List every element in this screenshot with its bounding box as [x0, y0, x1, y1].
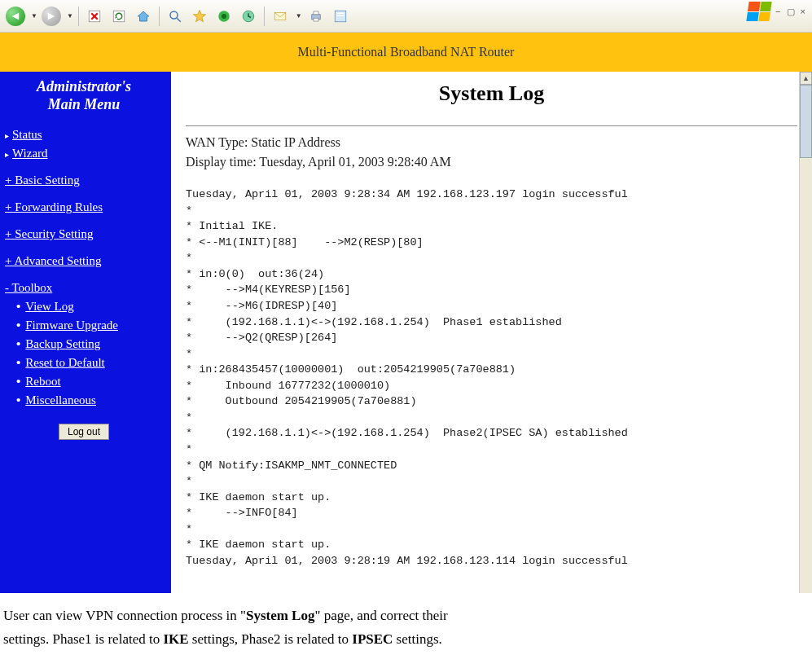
back-dropdown-icon[interactable]: ▼ — [31, 12, 37, 20]
svg-point-6 — [170, 11, 178, 19]
page-title: System Log — [186, 81, 797, 106]
search-button[interactable] — [165, 6, 186, 27]
caption-text: settings. Phase1 is related to — [3, 631, 163, 647]
svg-line-7 — [177, 18, 181, 22]
forward-button[interactable]: ► — [41, 6, 62, 27]
media-button[interactable] — [213, 6, 235, 27]
banner: Multi-Functional Broadband NAT Router — [0, 33, 812, 72]
svg-rect-18 — [336, 15, 344, 16]
history-button[interactable] — [238, 6, 259, 27]
wan-type-line: WAN Type: Static IP Address — [186, 133, 797, 152]
mail-button[interactable] — [270, 6, 291, 27]
sidebar-heading: Administrator's Main Menu — [5, 78, 163, 113]
forward-dropdown-icon[interactable]: ▼ — [67, 12, 73, 20]
menu: Status Wizard + Basic Setting + Forwardi… — [5, 128, 163, 407]
menu-basic-setting[interactable]: + Basic Setting — [5, 174, 80, 187]
display-time-line: Display time: Tuesday, April 01, 2003 9:… — [186, 152, 797, 172]
menu-view-log[interactable]: View Log — [25, 300, 74, 313]
separator — [78, 7, 79, 26]
sidebar: Administrator's Main Menu Status Wizard … — [0, 72, 171, 593]
home-button[interactable] — [133, 6, 154, 27]
main-area: Administrator's Main Menu Status Wizard … — [0, 72, 812, 593]
menu-status[interactable]: Status — [12, 128, 42, 141]
caption-bold-ike: IKE — [163, 631, 188, 647]
caption: User can view VPN connection process in … — [0, 593, 812, 668]
windows-flag-icon — [746, 2, 771, 21]
svg-rect-17 — [336, 12, 344, 14]
scroll-up-icon[interactable]: ▲ — [800, 72, 812, 85]
menu-toolbox[interactable]: - Toolbox — [5, 281, 52, 294]
divider — [186, 125, 797, 126]
caption-text: settings, Phase2 is related to — [189, 631, 353, 647]
banner-title: Multi-Functional Broadband NAT Router — [298, 45, 515, 59]
scroll-thumb[interactable] — [800, 85, 812, 158]
svg-rect-14 — [314, 11, 318, 15]
content: System Log WAN Type: Static IP Address D… — [171, 72, 812, 593]
caption-text: settings. — [393, 631, 441, 647]
menu-miscellaneous[interactable]: Miscellaneous — [25, 393, 96, 407]
caption-text: User can view VPN connection process in … — [3, 608, 246, 623]
refresh-button[interactable] — [108, 6, 129, 27]
back-button[interactable]: ◄ — [5, 6, 26, 27]
menu-advanced-setting[interactable]: + Advanced Setting — [5, 254, 101, 267]
stop-button[interactable] — [84, 6, 105, 27]
logout-button[interactable]: Log out — [59, 424, 109, 440]
menu-reboot[interactable]: Reboot — [25, 375, 60, 388]
svg-marker-5 — [138, 11, 149, 21]
menu-security-setting[interactable]: + Security Setting — [5, 227, 93, 240]
favorites-button[interactable] — [189, 6, 210, 27]
mail-dropdown-icon[interactable]: ▼ — [296, 12, 302, 20]
menu-backup-setting[interactable]: Backup Setting — [25, 337, 100, 350]
print-button[interactable] — [305, 6, 327, 27]
menu-forwarding-rules[interactable]: + Forwarding Rules — [5, 200, 103, 213]
menu-firmware-upgrade[interactable]: Firmware Upgrade — [25, 319, 118, 332]
separator — [264, 7, 265, 26]
caption-text: " page, and correct their — [314, 608, 447, 623]
caption-bold-ipsec: IPSEC — [352, 631, 393, 647]
sidebar-heading-line1: Administrator's — [37, 78, 131, 94]
menu-reset-default[interactable]: Reset to Default — [25, 356, 104, 369]
edit-button[interactable] — [330, 6, 351, 27]
sidebar-heading-line2: Main Menu — [48, 96, 121, 112]
window-logo-area: − ▢ × — [748, 2, 807, 21]
svg-marker-8 — [193, 10, 205, 21]
separator — [159, 7, 160, 26]
log-output: Tuesday, April 01, 2003 9:28:34 AM 192.1… — [186, 187, 797, 569]
window-controls[interactable]: − ▢ × — [775, 7, 807, 17]
meta-block: WAN Type: Static IP Address Display time… — [186, 133, 797, 172]
svg-rect-3 — [113, 11, 125, 22]
scrollbar[interactable]: ▲ — [799, 72, 812, 593]
svg-rect-15 — [314, 18, 318, 21]
caption-bold-systemlog: System Log — [246, 608, 315, 623]
browser-toolbar: ◄▼ ►▼ ▼ − ▢ × — [0, 0, 812, 33]
svg-point-10 — [222, 14, 226, 19]
menu-wizard[interactable]: Wizard — [12, 147, 48, 160]
